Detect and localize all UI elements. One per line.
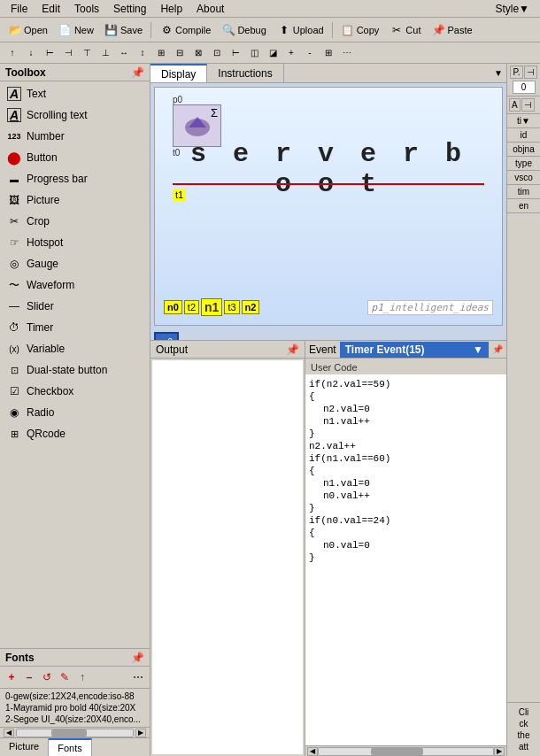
attr-ti[interactable]: ti▼: [507, 114, 540, 128]
attr-en[interactable]: en: [507, 199, 540, 213]
font-item-1[interactable]: 1-Mayramid pro bold 40(size:20X: [4, 702, 146, 714]
tool-variable[interactable]: (x) Variable: [0, 338, 150, 359]
attr-align-right-btn[interactable]: ⊣: [521, 98, 535, 112]
fonts-scroll-track[interactable]: [16, 729, 134, 737]
font-item-0[interactable]: 0-gew(size:12X24,encode:iso-88: [4, 690, 146, 702]
dist-v-btn[interactable]: ↕: [134, 45, 151, 61]
menu-setting[interactable]: Setting: [106, 1, 153, 17]
tool-number[interactable]: 123 Number: [0, 126, 150, 147]
font-remove-btn[interactable]: –: [21, 669, 37, 685]
attr-vscope[interactable]: vsco: [507, 171, 540, 185]
tab-instructions[interactable]: Instructions: [207, 64, 283, 82]
font-up-btn[interactable]: ↑: [74, 669, 90, 685]
toolbox-pin-icon[interactable]: 📌: [131, 66, 144, 79]
bring-front-btn[interactable]: ◪: [264, 45, 282, 61]
align-up-btn[interactable]: ↑: [4, 45, 21, 61]
tool-timer[interactable]: ⏱ Timer: [0, 317, 150, 338]
paste-button[interactable]: 📌 Paste: [427, 20, 476, 40]
event-code-area[interactable]: if(n2.val==59) { n2.val=0 n1.val++ } n2.…: [305, 374, 506, 745]
pn-right-btn[interactable]: ⊣: [524, 66, 537, 79]
menu-edit[interactable]: Edit: [35, 1, 67, 17]
tool-checkbox[interactable]: ☑ Checkbox: [0, 381, 150, 402]
font-edit-btn[interactable]: ✎: [57, 669, 73, 685]
event-pin-icon[interactable]: 📌: [492, 344, 503, 354]
align-left-btn[interactable]: ⊢: [41, 45, 58, 61]
zoom-out-btn[interactable]: -: [301, 45, 319, 61]
display-canvas[interactable]: p0 Σ t0 s e r v e r b o o t: [154, 87, 503, 326]
zoom-in-btn[interactable]: +: [282, 45, 300, 61]
m0-element[interactable]: m0: [154, 332, 179, 340]
tool-radio[interactable]: ◉ Radio: [0, 402, 150, 423]
align-bottom-btn[interactable]: ⊥: [96, 45, 114, 61]
upload-button[interactable]: ⬆ Upload: [273, 20, 328, 40]
t3-element[interactable]: t3: [224, 300, 239, 314]
fonts-pin-icon[interactable]: 📌: [131, 652, 144, 664]
attr-objname[interactable]: objna: [507, 143, 540, 157]
n2-element[interactable]: n2: [242, 300, 260, 314]
event-scroll-left[interactable]: ◀: [307, 747, 318, 756]
n0-element[interactable]: n0: [164, 300, 182, 314]
p1-element[interactable]: p1_intelligent_ideas: [367, 300, 493, 315]
attr-tim[interactable]: tim: [507, 185, 540, 199]
tool-button[interactable]: ⬤ Button: [0, 147, 150, 168]
align-right-btn[interactable]: ⊣: [59, 45, 77, 61]
font-item-2[interactable]: 2-Segoe UI_40(size:20X40,enco...: [4, 714, 146, 725]
menu-help[interactable]: Help: [153, 1, 189, 17]
send-back-btn[interactable]: ◫: [245, 45, 263, 61]
tool-slider[interactable]: — Slider: [0, 296, 150, 317]
open-button[interactable]: 📂 Open: [4, 20, 52, 40]
output-pin-icon[interactable]: 📌: [286, 343, 299, 356]
event-scroll-right[interactable]: ▶: [494, 747, 505, 756]
dist-h-btn[interactable]: ↔: [115, 45, 133, 61]
new-button[interactable]: 📄 New: [54, 20, 98, 40]
align-down-btn[interactable]: ↓: [22, 45, 40, 61]
cut-button[interactable]: ✂ Cut: [385, 20, 425, 40]
attr-type[interactable]: type: [507, 157, 540, 171]
click-att-button[interactable]: Clicktheatt: [507, 702, 540, 756]
tool-gauge[interactable]: ◎ Gauge: [0, 253, 150, 274]
fonts-scroll-right[interactable]: ▶: [135, 729, 146, 737]
align-top-btn[interactable]: ⊤: [78, 45, 96, 61]
pn-left-btn[interactable]: P.: [510, 66, 522, 79]
menu-tools[interactable]: Tools: [67, 1, 106, 17]
style-button[interactable]: Style▼: [488, 1, 536, 17]
same-h-btn[interactable]: ⊟: [171, 45, 189, 61]
same-w-btn[interactable]: ⊞: [152, 45, 170, 61]
font-refresh-btn[interactable]: ↺: [39, 669, 55, 685]
t2-element[interactable]: t2: [184, 300, 199, 314]
n1-element[interactable]: n1: [201, 298, 222, 316]
tool-dual-state[interactable]: ⊡ Dual-state button: [0, 359, 150, 381]
tool-picture[interactable]: 🖼 Picture: [0, 189, 150, 211]
attr-align-left-btn[interactable]: A: [509, 98, 521, 112]
save-button[interactable]: 💾 Save: [100, 20, 147, 40]
tool-crop[interactable]: ✂ Crop: [0, 211, 150, 232]
tab-fonts[interactable]: Fonts: [49, 738, 92, 756]
tab-display[interactable]: Display: [150, 64, 207, 82]
snap-btn[interactable]: ⋯: [338, 45, 356, 61]
debug-button[interactable]: 🔍 Debug: [217, 20, 270, 40]
center-h-btn[interactable]: ⊡: [208, 45, 226, 61]
tool-qrcode[interactable]: ⊞ QRcode: [0, 423, 150, 444]
copy-button[interactable]: 📋 Copy: [336, 20, 384, 40]
font-add-btn[interactable]: +: [4, 669, 19, 685]
fonts-expand-btn[interactable]: ⋯: [130, 669, 146, 685]
tab-dropdown-arrow[interactable]: ▼: [490, 68, 506, 78]
tab-picture[interactable]: Picture: [0, 738, 49, 756]
tool-scrolling-text[interactable]: A Scrolling text: [0, 104, 150, 126]
menu-file[interactable]: File: [4, 1, 35, 17]
center-v-btn[interactable]: ⊢: [227, 45, 244, 61]
tool-waveform[interactable]: 〜 Waveform: [0, 274, 150, 296]
tool-text[interactable]: A Text: [0, 83, 150, 104]
tool-progress-bar[interactable]: ▬ Progress bar: [0, 168, 150, 189]
compile-button[interactable]: ⚙ Compile: [155, 20, 215, 40]
fonts-scroll-left[interactable]: ◀: [4, 729, 14, 737]
cut-icon: ✂: [390, 23, 404, 37]
same-size-btn[interactable]: ⊠: [189, 45, 207, 61]
attr-id[interactable]: id: [507, 128, 540, 143]
event-scroll-track[interactable]: [318, 747, 494, 756]
menu-about[interactable]: About: [189, 1, 231, 17]
grid-btn[interactable]: ⊞: [320, 45, 337, 61]
t1-element[interactable]: t1: [173, 189, 186, 201]
event-dropdown[interactable]: Timer Event(15) ▼: [340, 342, 489, 358]
tool-hotspot[interactable]: ☞ Hotspot: [0, 232, 150, 253]
